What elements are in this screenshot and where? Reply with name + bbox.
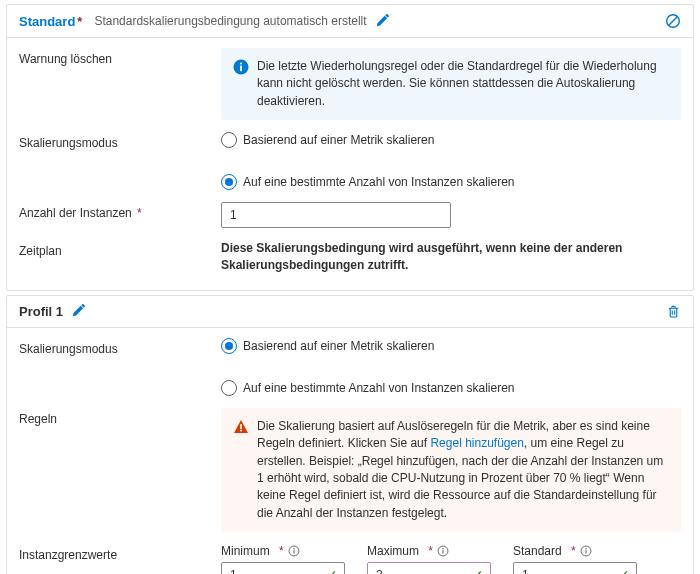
- max-limit-group: Maximum * 2 ✓: [367, 544, 491, 574]
- min-label: Minimum: [221, 544, 270, 558]
- profile1-title: Profil 1: [19, 304, 63, 319]
- delete-warning-row: Warnung löschen Die letzte Wiederholungs…: [7, 42, 693, 126]
- schedule-label: Zeitplan: [19, 240, 209, 258]
- instance-count-input[interactable]: 1: [221, 202, 451, 228]
- check-icon: ✓: [472, 567, 484, 574]
- delete-icon[interactable]: [666, 304, 681, 319]
- schedule-row: Zeitplan Diese Skalierungsbedingung wird…: [7, 234, 693, 280]
- max-label: Maximum: [367, 544, 419, 558]
- svg-line-1: [669, 17, 677, 25]
- check-icon: ✓: [618, 567, 630, 574]
- edit-icon[interactable]: [375, 14, 389, 28]
- delete-warning-text: Die letzte Wiederholungsregel oder die S…: [257, 58, 669, 110]
- block-icon[interactable]: [665, 13, 681, 29]
- delete-warning-infobox: Die letzte Wiederholungsregel oder die S…: [221, 48, 681, 120]
- svg-point-8: [293, 548, 294, 549]
- svg-point-11: [442, 548, 443, 549]
- required-asterisk: *: [77, 14, 82, 29]
- info-outline-icon[interactable]: [288, 545, 300, 557]
- svg-rect-12: [443, 550, 444, 553]
- p1-rules-row: Regeln Die Skalierung basiert auf Auslös…: [7, 402, 693, 538]
- svg-rect-9: [293, 550, 294, 553]
- scale-mode-label: Skalierungsmodus: [19, 132, 209, 150]
- max-input[interactable]: 2 ✓: [367, 562, 491, 574]
- default-input[interactable]: 1 ✓: [513, 562, 637, 574]
- instance-count-label: Anzahl der Instanzen *: [19, 202, 209, 220]
- profile1-header: Profil 1: [7, 296, 693, 328]
- warning-icon: [233, 419, 249, 435]
- scale-mode-fixed-radio[interactable]: Auf eine bestimmte Anzahl von Instanzen …: [221, 174, 515, 190]
- standard-title: Standard*: [19, 14, 82, 29]
- svg-rect-5: [240, 424, 242, 429]
- info-outline-icon[interactable]: [580, 545, 592, 557]
- p1-rules-warnbox: Die Skalierung basiert auf Auslöseregeln…: [221, 408, 681, 532]
- required-asterisk: *: [134, 206, 142, 220]
- add-rule-link[interactable]: Regel hinzufügen: [430, 436, 523, 450]
- svg-point-14: [585, 548, 586, 549]
- p1-rules-label: Regeln: [19, 408, 209, 426]
- delete-warning-label: Warnung löschen: [19, 48, 209, 66]
- svg-rect-15: [585, 550, 586, 553]
- info-outline-icon[interactable]: [437, 545, 449, 557]
- p1-scale-mode-fixed-radio[interactable]: Auf eine bestimmte Anzahl von Instanzen …: [221, 380, 515, 396]
- schedule-note: Diese Skalierungsbedingung wird ausgefüh…: [221, 240, 661, 274]
- info-icon: [233, 59, 249, 75]
- standard-header: Standard* Standardskalierungsbedingung a…: [7, 5, 693, 38]
- check-icon: ✓: [326, 567, 338, 574]
- standard-body: Warnung löschen Die letzte Wiederholungs…: [7, 38, 693, 290]
- min-input[interactable]: 1 ✓: [221, 562, 345, 574]
- profile1-card: Profil 1 Skalierungsmodus Basierend auf …: [6, 295, 694, 574]
- svg-point-4: [240, 62, 242, 64]
- p1-scale-mode-radiogroup: Basierend auf einer Metrik skalieren Auf…: [221, 338, 681, 396]
- p1-limits-row: Instanzgrenzwerte Minimum * 1 ✓ Maximum …: [7, 538, 693, 574]
- scale-mode-radiogroup: Basierend auf einer Metrik skalieren Auf…: [221, 132, 681, 190]
- standard-condition-card: Standard* Standardskalierungsbedingung a…: [6, 4, 694, 291]
- p1-limits-label: Instanzgrenzwerte: [19, 544, 209, 562]
- scale-mode-metric-radio[interactable]: Basierend auf einer Metrik skalieren: [221, 132, 434, 148]
- svg-point-6: [240, 429, 242, 431]
- profile1-body: Skalierungsmodus Basierend auf einer Met…: [7, 328, 693, 574]
- p1-scale-mode-row: Skalierungsmodus Basierend auf einer Met…: [7, 332, 693, 402]
- edit-icon[interactable]: [71, 304, 85, 318]
- default-limit-group: Standard * 1 ✓: [513, 544, 637, 574]
- p1-rules-warn-text: Die Skalierung basiert auf Auslöseregeln…: [257, 418, 669, 522]
- instance-count-row: Anzahl der Instanzen * 1: [7, 196, 693, 234]
- svg-rect-3: [240, 66, 242, 72]
- default-label: Standard: [513, 544, 562, 558]
- min-limit-group: Minimum * 1 ✓: [221, 544, 345, 574]
- standard-subtitle: Standardskalierungsbedingung automatisch…: [94, 14, 366, 28]
- scale-mode-row: Skalierungsmodus Basierend auf einer Met…: [7, 126, 693, 196]
- p1-scale-mode-metric-radio[interactable]: Basierend auf einer Metrik skalieren: [221, 338, 434, 354]
- p1-scale-mode-label: Skalierungsmodus: [19, 338, 209, 356]
